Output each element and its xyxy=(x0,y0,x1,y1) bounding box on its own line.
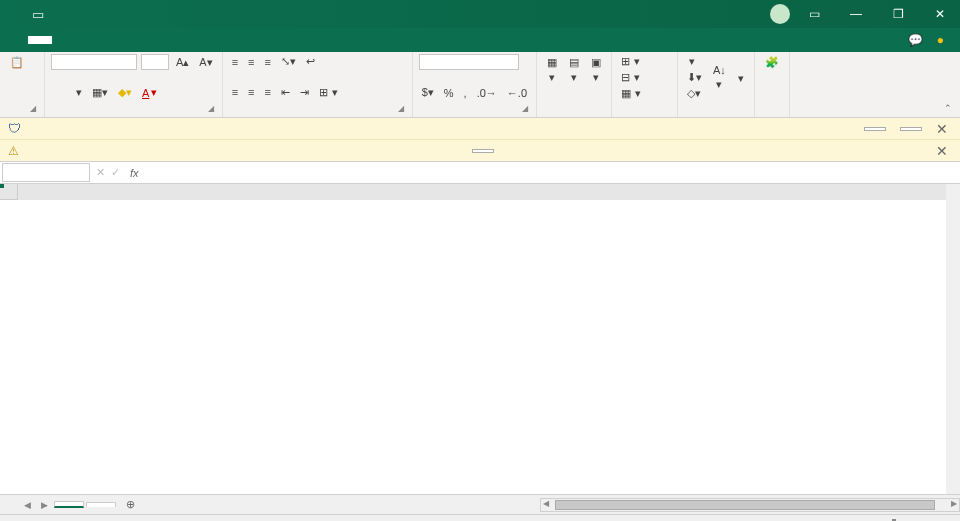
learn-more-button[interactable] xyxy=(900,127,922,131)
cancel-formula-icon[interactable]: ✕ xyxy=(96,166,105,179)
ribbon-options-icon[interactable]: ▭ xyxy=(794,0,834,28)
group-editing: ▾ ⬇▾ ◇▾ A↓▾ ▾ xyxy=(678,52,755,117)
underline-button[interactable]: ▾ xyxy=(71,85,85,100)
tab-page-layout[interactable] xyxy=(76,36,100,44)
close-icon[interactable]: ✕ xyxy=(932,121,952,137)
tab-review[interactable] xyxy=(148,36,172,44)
format-cells-button[interactable]: ▦ ▾ xyxy=(618,86,671,101)
number-format-select[interactable] xyxy=(419,54,519,70)
bold-button[interactable] xyxy=(51,92,57,94)
formula-input[interactable] xyxy=(145,165,960,180)
tab-help[interactable] xyxy=(196,36,220,44)
tab-new[interactable] xyxy=(220,36,244,44)
orientation-icon[interactable]: ⤡▾ xyxy=(278,54,299,69)
paste-button[interactable]: 📋 xyxy=(6,54,28,72)
autosum-button[interactable]: ▾ xyxy=(684,54,705,69)
cell-styles-button[interactable]: ▣▾ xyxy=(587,54,605,86)
warning-icon: ⚠ xyxy=(8,144,19,158)
close-icon[interactable]: ✕ xyxy=(932,143,952,159)
addins-button[interactable]: 🧩 xyxy=(761,54,783,72)
tab-formulas[interactable] xyxy=(100,36,124,44)
column-headers[interactable] xyxy=(18,184,946,200)
tab-insert[interactable] xyxy=(52,36,76,44)
format-as-table-button[interactable]: ▤▾ xyxy=(565,54,583,86)
sheet-nav-prev-icon[interactable]: ◀ xyxy=(20,500,35,510)
sheet-tab-1[interactable] xyxy=(54,501,84,508)
tab-view[interactable] xyxy=(172,36,196,44)
comma-button[interactable]: , xyxy=(461,86,470,100)
percent-button[interactable]: % xyxy=(441,86,457,100)
group-cells: ⊞ ▾ ⊟ ▾ ▦ ▾ xyxy=(612,52,678,117)
close-button[interactable]: ✕ xyxy=(920,0,960,28)
tab-home[interactable] xyxy=(28,36,52,44)
merge-center-button[interactable]: ⊞ ▾ xyxy=(316,85,341,100)
clear-button[interactable]: ◇▾ xyxy=(684,86,705,101)
cut-button[interactable] xyxy=(32,58,38,60)
dialog-launcher-icon[interactable]: ◢ xyxy=(398,104,404,113)
pending-icon[interactable]: ● xyxy=(937,33,944,47)
schedule-backup-button[interactable] xyxy=(472,149,494,153)
collapse-ribbon-icon[interactable]: ⌃ xyxy=(940,101,956,115)
dialog-launcher-icon[interactable]: ◢ xyxy=(522,104,528,113)
align-right-icon[interactable]: ≡ xyxy=(262,85,274,99)
insert-cells-button[interactable]: ⊞ ▾ xyxy=(618,54,671,69)
account-area[interactable] xyxy=(764,4,794,24)
align-mid-icon[interactable]: ≡ xyxy=(245,55,257,69)
group-clipboard: 📋 ◢ xyxy=(0,52,45,117)
shield-icon: 🛡 xyxy=(8,121,21,136)
align-bot-icon[interactable]: ≡ xyxy=(262,55,274,69)
get-genuine-button[interactable] xyxy=(864,127,886,131)
wrap-text-button[interactable]: ↩ xyxy=(303,54,320,69)
sheet-tab-2[interactable] xyxy=(86,502,116,507)
dialog-launcher-icon[interactable]: ◢ xyxy=(30,104,36,113)
minimize-button[interactable]: — xyxy=(836,0,876,28)
new-sheet-button[interactable]: ⊕ xyxy=(118,498,143,511)
conditional-formatting-button[interactable]: ▦▾ xyxy=(543,54,561,86)
fill-button[interactable]: ⬇▾ xyxy=(684,70,705,85)
group-font: A▴ A▾ ▾ ▦▾ ◆▾ A▾ ◢ xyxy=(45,52,223,117)
font-name-input[interactable] xyxy=(51,54,137,70)
select-all-corner[interactable] xyxy=(0,184,18,200)
tab-data[interactable] xyxy=(124,36,148,44)
indent-dec-icon[interactable]: ⇤ xyxy=(278,85,293,100)
vertical-scrollbar[interactable]: ▲ ▼ xyxy=(946,184,960,478)
sheet-nav-next-icon[interactable]: ▶ xyxy=(37,500,52,510)
horizontal-scrollbar[interactable]: ◀ ▶ xyxy=(540,498,960,512)
quick-access-toolbar: ▭ xyxy=(0,7,58,22)
sort-filter-button[interactable]: A↓▾ xyxy=(709,62,730,93)
dialog-launcher-icon[interactable]: ◢ xyxy=(208,104,214,113)
align-center-icon[interactable]: ≡ xyxy=(245,85,257,99)
maximize-button[interactable]: ❐ xyxy=(878,0,918,28)
font-color-button[interactable]: A▾ xyxy=(139,85,160,100)
font-size-input[interactable] xyxy=(141,54,169,70)
worksheet-grid[interactable]: ▲ ▼ xyxy=(0,184,960,494)
number-label: ◢ xyxy=(419,115,530,117)
accounting-button[interactable]: $▾ xyxy=(419,85,437,100)
increase-font-icon[interactable]: A▴ xyxy=(173,55,192,70)
comments-icon[interactable]: 💬 xyxy=(908,33,923,47)
group-addins: 🧩 xyxy=(755,52,790,117)
sort-icon: A↓ xyxy=(713,64,726,76)
inc-decimal-icon[interactable]: .0→ xyxy=(474,86,500,100)
copy-button[interactable] xyxy=(32,62,38,64)
paste-icon: 📋 xyxy=(10,56,24,69)
decrease-font-icon[interactable]: A▾ xyxy=(196,55,215,70)
format-painter-button[interactable] xyxy=(32,66,38,68)
align-top-icon[interactable]: ≡ xyxy=(229,55,241,69)
dec-decimal-icon[interactable]: ←.0 xyxy=(504,86,530,100)
align-left-icon[interactable]: ≡ xyxy=(229,85,241,99)
group-number: $▾ % , .0→ ←.0 ◢ xyxy=(413,52,537,117)
fx-icon[interactable]: fx xyxy=(124,167,145,179)
find-select-button[interactable]: ▾ xyxy=(734,68,748,87)
enter-formula-icon[interactable]: ✓ xyxy=(111,166,120,179)
delete-cells-button[interactable]: ⊟ ▾ xyxy=(618,70,671,85)
indent-inc-icon[interactable]: ⇥ xyxy=(297,85,312,100)
fill-color-button[interactable]: ◆▾ xyxy=(115,85,135,100)
clipboard-label: ◢ xyxy=(6,115,38,117)
border-button[interactable]: ▦▾ xyxy=(89,85,111,100)
qat-touch-icon[interactable]: ▭ xyxy=(32,7,44,22)
tab-file[interactable] xyxy=(4,36,28,44)
italic-button[interactable] xyxy=(61,92,67,94)
ribbon: 📋 ◢ A▴ A▾ ▾ ▦▾ ◆▾ A▾ ◢ xyxy=(0,52,960,118)
name-box[interactable] xyxy=(2,163,90,182)
